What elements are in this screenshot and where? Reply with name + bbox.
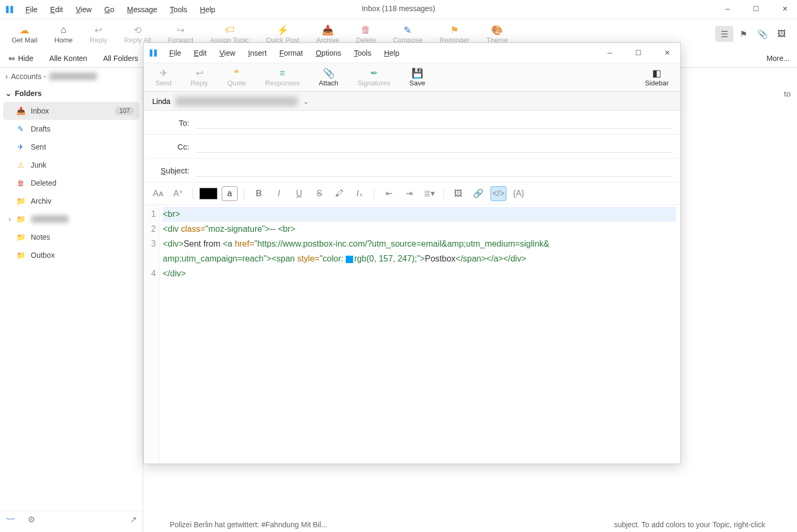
compose-button[interactable]: ✎Compose xyxy=(384,23,431,45)
folders-header[interactable]: ⌄ Folders xyxy=(0,85,143,102)
background-color-button[interactable]: a xyxy=(222,186,238,201)
compose-menu-view[interactable]: View xyxy=(213,47,242,59)
chevron-right-icon: › xyxy=(5,72,8,81)
menu-go[interactable]: Go xyxy=(98,3,121,16)
chevron-down-icon[interactable]: ⌄ xyxy=(303,97,309,106)
quote-button[interactable]: ❝Quote xyxy=(218,66,256,88)
cc-input[interactable] xyxy=(197,140,672,153)
to-input[interactable] xyxy=(197,116,672,129)
compose-menu-help[interactable]: Help xyxy=(378,47,406,59)
tab-all-folders[interactable]: All Folders xyxy=(98,52,143,65)
code-token: rgb(0, 157, 247); xyxy=(354,254,417,263)
sidebar-item-drafts[interactable]: ✎ Drafts xyxy=(0,120,143,138)
font-smaller-button[interactable]: Aᴀ xyxy=(150,186,166,201)
html-source-button[interactable]: </> xyxy=(491,186,506,201)
sidebar-item-notes[interactable]: 📁 Notes xyxy=(0,228,143,246)
indent-button[interactable]: ⇥ xyxy=(401,186,417,201)
accounts-header[interactable]: › Accounts - xx xyxy=(0,68,143,85)
trash-icon: 🗑 xyxy=(361,24,371,36)
reply-all-button[interactable]: ⟲Reply All xyxy=(116,23,160,45)
clear-format-button[interactable]: Iₓ xyxy=(352,186,367,201)
reminder-button[interactable]: ⚑Reminder xyxy=(431,23,478,45)
hide-sidebar-button[interactable]: ⤆Hide xyxy=(3,52,39,65)
compose-menu-format[interactable]: Format xyxy=(273,47,309,59)
save-button[interactable]: 💾Save xyxy=(400,66,435,88)
reply-button[interactable]: ↩Reply xyxy=(81,23,116,45)
compose-menu-options[interactable]: Options xyxy=(309,47,347,59)
text-color-swatch[interactable] xyxy=(199,188,217,199)
menu-message[interactable]: Message xyxy=(121,3,164,16)
font-larger-button[interactable]: A⁺ xyxy=(170,186,186,201)
image-filter-toggle[interactable]: 🖼 xyxy=(773,26,791,42)
attach-button[interactable]: 📎Attach xyxy=(309,66,348,88)
sidebar-item-junk[interactable]: ⚠ Junk xyxy=(0,156,143,174)
code-block-button[interactable]: {A} xyxy=(511,186,527,201)
assign-topic-button[interactable]: 🏷Assign Topic xyxy=(202,23,258,45)
outdent-button[interactable]: ⇤ xyxy=(381,186,397,201)
sidebar-item-sent[interactable]: ✈ Sent xyxy=(0,138,143,156)
get-mail-button[interactable]: ☁Get Mail xyxy=(3,23,46,45)
delete-button[interactable]: 🗑Delete xyxy=(348,23,385,45)
sidebar-toggle-button[interactable]: ◧Sidebar xyxy=(635,66,678,88)
compose-minimize-button[interactable]: ─ xyxy=(601,46,619,59)
signatures-button[interactable]: ✒Signatures xyxy=(348,66,400,88)
attachment-filter-toggle[interactable]: 📎 xyxy=(754,26,772,42)
list-view-toggle[interactable]: ☰ xyxy=(715,26,733,42)
italic-button[interactable]: I xyxy=(271,186,287,201)
folder-icon: 📁 xyxy=(16,250,25,260)
compose-menu-insert[interactable]: Insert xyxy=(242,47,273,59)
compose-menu-tools[interactable]: Tools xyxy=(347,47,378,59)
menu-tools[interactable]: Tools xyxy=(163,3,194,16)
sidebar-item-archiv[interactable]: 📁 Archiv xyxy=(0,192,143,210)
subject-input[interactable] xyxy=(197,164,672,177)
sidebar-item-outbox[interactable]: 📁 Outbox xyxy=(0,246,143,264)
compose-shortcut-icon[interactable]: ↗ xyxy=(130,514,137,525)
insert-image-button[interactable]: 🖼 xyxy=(450,186,466,201)
code-token: </span> xyxy=(456,254,486,263)
code-content[interactable]: <br><div class="moz-signature">-- <br> <… xyxy=(160,205,680,464)
minimize-button[interactable]: ─ xyxy=(719,2,737,15)
insert-link-button[interactable]: 🔗 xyxy=(470,186,486,201)
settings-icon[interactable]: ⚙ xyxy=(28,514,35,525)
theme-button[interactable]: 🎨Theme xyxy=(478,23,516,45)
strikethrough-button[interactable]: S xyxy=(311,186,327,201)
compose-maximize-button[interactable]: ☐ xyxy=(629,46,647,59)
accounts-label: Accounts - xyxy=(11,72,46,81)
code-token: "https://www.postbox-inc.com/?utm_source… xyxy=(255,239,549,248)
tab-all-accounts[interactable]: Alle Konten xyxy=(44,52,93,65)
code-token: amp;utm_campaign=reach" xyxy=(163,254,267,263)
more-button[interactable]: More... xyxy=(766,54,794,63)
compose-close-button[interactable]: ✕ xyxy=(658,46,676,59)
menu-edit[interactable]: Edit xyxy=(44,3,69,16)
home-button[interactable]: ⌂Home xyxy=(46,23,81,45)
highlight-button[interactable]: 🖍 xyxy=(331,186,347,201)
menu-view[interactable]: View xyxy=(69,3,98,16)
compose-menu-file[interactable]: File xyxy=(163,47,188,59)
send-button[interactable]: ✈Send xyxy=(146,66,181,88)
menu-file[interactable]: File xyxy=(19,3,44,16)
sidebar-item-redacted[interactable]: › 📁 xx xyxy=(0,210,143,228)
list-button[interactable]: ≣▾ xyxy=(421,186,437,201)
sidebar-item-label: Outbox xyxy=(31,251,55,259)
underline-button[interactable]: U xyxy=(291,186,307,201)
code-token: <a xyxy=(223,239,235,248)
cloud-download-icon: ☁ xyxy=(20,24,29,36)
close-button[interactable]: ✕ xyxy=(776,2,794,15)
quick-post-button[interactable]: ⚡Quick Post xyxy=(257,23,308,45)
sidebar-item-label: Sent xyxy=(31,143,46,151)
responses-button[interactable]: ≡Responses xyxy=(256,66,309,88)
html-source-editor[interactable]: 1234 <br><div class="moz-signature">-- <… xyxy=(144,205,680,464)
signatures-label: Signatures xyxy=(357,79,390,87)
maximize-button[interactable]: ☐ xyxy=(747,2,765,15)
sidebar-item-deleted[interactable]: 🗑 Deleted xyxy=(0,174,143,192)
status-icon[interactable]: 〰 xyxy=(6,515,15,525)
compose-menu-edit[interactable]: Edit xyxy=(188,47,213,59)
paperclip-icon: 📎 xyxy=(757,29,768,39)
menu-help[interactable]: Help xyxy=(194,3,222,16)
sidebar-item-inbox[interactable]: 📥 Inbox 107 xyxy=(3,102,139,120)
flag-filter-toggle[interactable]: ⚑ xyxy=(734,26,752,42)
archive-button[interactable]: 📥Archive xyxy=(308,23,347,45)
compose-reply-button[interactable]: ↩Reply xyxy=(181,66,217,88)
forward-button[interactable]: ↪Forward xyxy=(160,23,202,45)
bold-button[interactable]: B xyxy=(251,186,267,201)
